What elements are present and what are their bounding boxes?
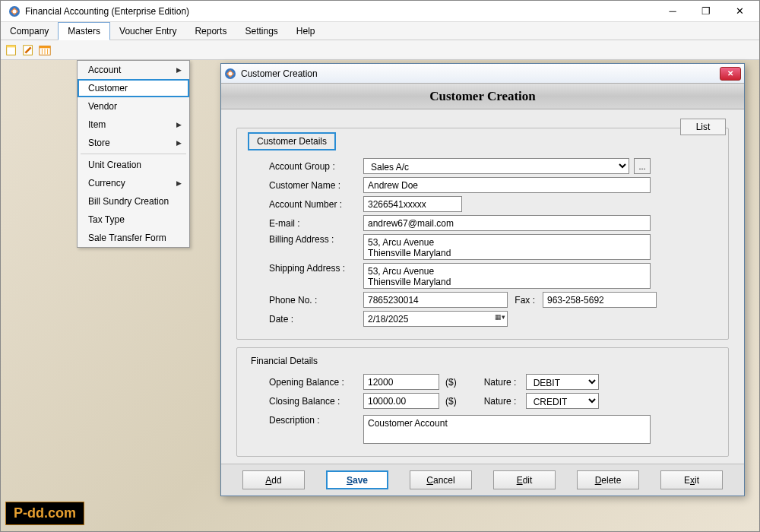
cancel-button[interactable]: Cancel — [410, 470, 472, 489]
label-nature-1: Nature : — [484, 377, 526, 388]
dropdown-customer[interactable]: Customer — [78, 79, 189, 97]
menu-masters[interactable]: Masters — [58, 22, 110, 40]
label-nature-2: Nature : — [484, 396, 526, 407]
account-number-input[interactable] — [363, 196, 462, 212]
dropdown-store[interactable]: Store▶ — [78, 134, 189, 152]
watermark: P-dd.com — [5, 502, 84, 525]
label-fax: Fax : — [508, 295, 535, 306]
email-input[interactable] — [363, 215, 651, 231]
svg-rect-6 — [40, 46, 50, 48]
customer-details-legend: Customer Details — [248, 132, 336, 150]
customer-details-fieldset: Customer Details Account Group : Sales A… — [236, 128, 729, 340]
menu-settings[interactable]: Settings — [236, 22, 287, 40]
dropdown-sale-transfer[interactable]: Sale Transfer Form — [78, 229, 189, 247]
exit-button[interactable]: Exit — [660, 470, 723, 489]
dropdown-label: Unit Creation — [88, 160, 141, 170]
financial-details-legend: Financial Details — [248, 356, 321, 366]
account-group-select[interactable]: Sales A/c — [363, 158, 629, 174]
dialog-close-button[interactable]: ✕ — [720, 67, 741, 81]
dialog-icon — [224, 68, 236, 80]
shipping-address-textarea[interactable] — [363, 263, 651, 289]
currency-label-2: ($) — [445, 396, 457, 407]
masters-dropdown: Account▶ Customer Vendor Item▶ Store▶ Un… — [77, 60, 190, 248]
dialog-titlebar: Customer Creation ✕ — [221, 64, 744, 84]
svg-rect-3 — [7, 45, 16, 47]
dropdown-separator — [81, 154, 186, 154]
dropdown-tax-type[interactable]: Tax Type — [78, 211, 189, 229]
description-textarea[interactable] — [363, 415, 651, 444]
dropdown-bill-sundry[interactable]: Bill Sundry Creation — [78, 192, 189, 211]
close-button[interactable]: ✕ — [723, 1, 756, 22]
menu-help[interactable]: Help — [287, 22, 325, 40]
dropdown-label: Account — [88, 65, 121, 75]
phone-input[interactable] — [363, 292, 508, 308]
list-button[interactable]: List — [680, 119, 726, 135]
dropdown-vendor[interactable]: Vendor — [78, 97, 189, 116]
label-customer-name: Customer Name : — [248, 180, 363, 191]
account-group-browse-button[interactable]: ... — [634, 158, 651, 174]
dialog-title: Customer Creation — [241, 68, 720, 79]
dialog-body: List Customer Details Account Group : Sa… — [221, 109, 744, 464]
toolbar-calendar-icon[interactable] — [37, 43, 52, 58]
submenu-arrow-icon: ▶ — [176, 121, 182, 128]
dialog-header: Customer Creation — [221, 84, 744, 109]
label-billing-address: Billing Address : — [248, 234, 363, 245]
dropdown-label: Vendor — [88, 101, 117, 112]
closing-balance-input[interactable] — [363, 393, 439, 409]
menu-reports[interactable]: Reports — [185, 22, 236, 40]
dropdown-label: Item — [88, 119, 106, 130]
financial-details-fieldset: Financial Details Opening Balance : ($) … — [236, 347, 729, 457]
nature-1-select[interactable]: DEBIT — [526, 374, 599, 390]
add-button[interactable]: Add — [242, 470, 305, 489]
dropdown-label: Sale Transfer Form — [88, 233, 166, 243]
dropdown-currency[interactable]: Currency▶ — [78, 174, 189, 192]
save-button[interactable]: Save — [326, 470, 388, 489]
label-phone: Phone No. : — [248, 295, 363, 306]
label-shipping-address: Shipping Address : — [248, 263, 363, 274]
label-closing-balance: Closing Balance : — [248, 396, 363, 407]
list-label-rest: ist — [701, 122, 710, 132]
date-input[interactable] — [363, 311, 508, 327]
minimize-button[interactable]: ─ — [656, 1, 689, 22]
dropdown-account[interactable]: Account▶ — [78, 61, 189, 79]
menu-voucher-entry[interactable]: Voucher Entry — [110, 22, 185, 40]
dropdown-label: Customer — [88, 83, 128, 93]
dropdown-label: Tax Type — [88, 214, 125, 225]
delete-button[interactable]: Delete — [577, 470, 639, 489]
toolbar-new-icon[interactable] — [4, 43, 19, 58]
customer-name-input[interactable] — [363, 177, 651, 193]
dropdown-item[interactable]: Item▶ — [78, 116, 189, 134]
dropdown-label: Bill Sundry Creation — [88, 196, 169, 207]
label-account-number: Account Number : — [248, 199, 363, 210]
label-email: E-mail : — [248, 218, 363, 229]
nature-2-select[interactable]: CREDIT — [526, 393, 599, 409]
submenu-arrow-icon: ▶ — [176, 179, 182, 187]
label-opening-balance: Opening Balance : — [248, 377, 363, 388]
label-date: Date : — [248, 314, 363, 325]
app-icon — [8, 5, 21, 17]
svg-point-1 — [13, 9, 17, 13]
menu-company[interactable]: Company — [1, 22, 58, 40]
titlebar: Financial Accounting (Enterprise Edition… — [1, 1, 759, 22]
dropdown-unit-creation[interactable]: Unit Creation — [78, 156, 189, 174]
submenu-arrow-icon: ▶ — [176, 66, 182, 74]
main-window: Financial Accounting (Enterprise Edition… — [0, 0, 760, 532]
fax-input[interactable] — [543, 292, 657, 308]
app-title: Financial Accounting (Enterprise Edition… — [25, 6, 656, 17]
dialog-button-bar: Add Save Cancel Edit Delete Exit — [221, 464, 744, 496]
currency-label: ($) — [445, 377, 457, 388]
opening-balance-input[interactable] — [363, 374, 439, 390]
billing-address-textarea[interactable] — [363, 234, 651, 260]
submenu-arrow-icon: ▶ — [176, 139, 182, 147]
label-description: Description : — [248, 415, 363, 426]
dropdown-label: Currency — [88, 178, 125, 188]
dropdown-label: Store — [88, 138, 110, 148]
edit-button[interactable]: Edit — [493, 470, 556, 489]
maximize-button[interactable]: ❐ — [689, 1, 723, 22]
svg-point-11 — [229, 71, 233, 75]
toolbar — [1, 40, 759, 60]
menubar: Company Masters Voucher Entry Reports Se… — [1, 22, 759, 40]
toolbar-edit-icon[interactable] — [21, 43, 36, 58]
workspace: Account▶ Customer Vendor Item▶ Store▶ Un… — [1, 60, 759, 531]
dialog-heading: Customer Creation — [429, 89, 536, 104]
